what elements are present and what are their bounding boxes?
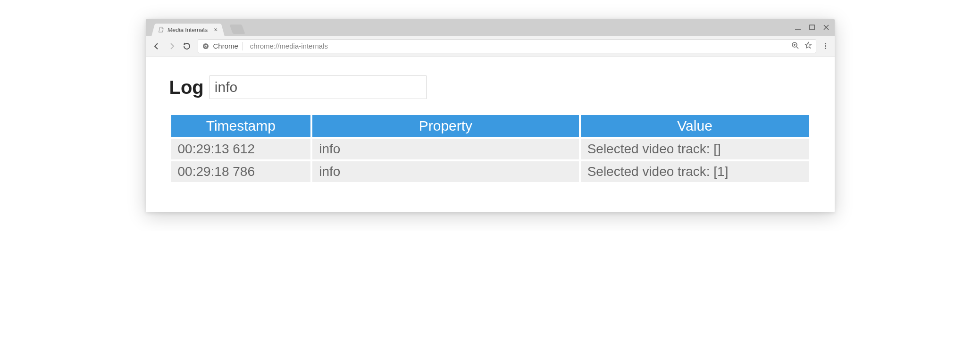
omnibox-separator — [242, 42, 246, 50]
svg-point-6 — [205, 45, 206, 47]
window-controls — [794, 19, 830, 36]
table-row: 00:29:13 612 info Selected video track: … — [171, 139, 809, 159]
new-tab-button[interactable] — [229, 25, 245, 34]
cell-value: Selected video track: [] — [581, 139, 809, 159]
menu-button[interactable] — [823, 43, 828, 49]
tab-title: Media Internals — [167, 26, 208, 33]
bookmark-star-icon[interactable] — [804, 42, 812, 50]
svg-rect-1 — [810, 25, 814, 30]
log-table: Timestamp Property Value 00:29:13 612 in… — [169, 113, 811, 184]
svg-marker-11 — [805, 42, 811, 48]
url-path: chrome://media-internals — [250, 42, 328, 50]
page-heading: Log — [169, 77, 204, 98]
minimize-button[interactable] — [794, 24, 802, 31]
zoom-icon[interactable] — [791, 42, 799, 50]
table-row: 00:29:18 786 info Selected video track: … — [171, 161, 809, 182]
back-button[interactable] — [152, 42, 161, 50]
cell-timestamp: 00:29:13 612 — [171, 139, 311, 159]
maximize-button[interactable] — [808, 24, 816, 31]
tab-media-internals[interactable]: Media Internals × — [151, 24, 225, 36]
log-filter-input[interactable] — [209, 75, 427, 99]
col-timestamp[interactable]: Timestamp — [171, 115, 311, 137]
address-bar[interactable]: Chrome chrome://media-internals — [198, 39, 816, 53]
col-property[interactable]: Property — [312, 115, 578, 137]
cell-property: info — [312, 161, 578, 182]
toolbar: Chrome chrome://media-internals — [146, 36, 835, 57]
chrome-icon — [202, 42, 209, 50]
cell-property: info — [312, 139, 578, 159]
reload-button[interactable] — [183, 42, 191, 50]
browser-window: Media Internals × Chrome chrome://media-… — [146, 19, 835, 212]
page-content: Log Timestamp Property Value 00:29:13 61… — [146, 57, 835, 212]
forward-button[interactable] — [168, 42, 176, 50]
svg-line-8 — [796, 47, 798, 49]
col-value[interactable]: Value — [581, 115, 809, 137]
cell-timestamp: 00:29:18 786 — [171, 161, 311, 182]
close-window-button[interactable] — [822, 24, 830, 31]
cell-value: Selected video track: [1] — [581, 161, 809, 182]
tab-strip: Media Internals × — [146, 19, 835, 36]
close-tab-icon[interactable]: × — [213, 27, 218, 33]
url-scheme-label: Chrome — [213, 42, 238, 50]
table-header-row: Timestamp Property Value — [171, 115, 809, 137]
page-icon — [157, 27, 164, 33]
